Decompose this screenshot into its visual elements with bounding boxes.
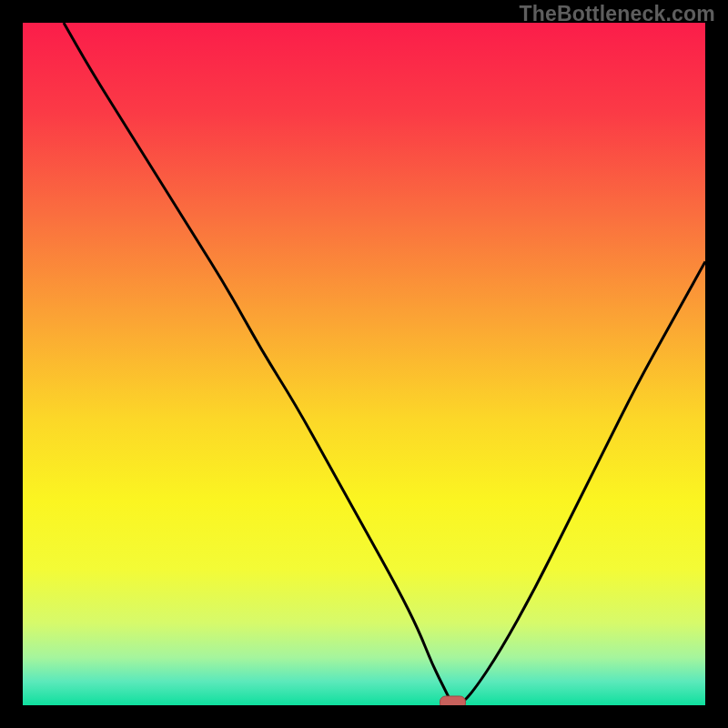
watermark-text: TheBottleneck.com bbox=[519, 2, 715, 26]
bottleneck-chart bbox=[23, 23, 705, 705]
minimum-marker bbox=[440, 696, 466, 705]
chart-frame: TheBottleneck.com bbox=[0, 0, 728, 728]
